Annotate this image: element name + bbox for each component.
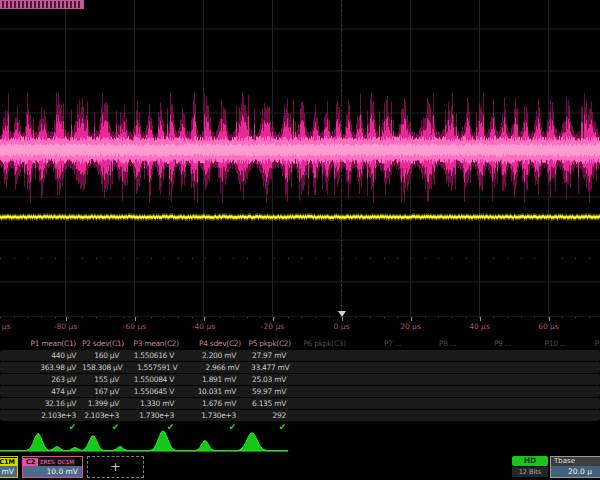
measure-value-cell: [567, 350, 600, 361]
measure-value-cell: [457, 398, 512, 409]
measure-value-cell: [457, 350, 512, 361]
measure-value-cell: 1.730e+3: [125, 410, 180, 421]
channel-c2-descriptor-box[interactable]: C2 ERES DC1M 10.0 mV: [22, 456, 83, 478]
measure-column-header[interactable]: P2 sdev(C1): [82, 338, 130, 349]
waveform-display-area[interactable]: [0, 0, 600, 317]
measure-value-cell: [295, 362, 350, 373]
measure-value-cell: [347, 350, 402, 361]
axis-label: -20 µs: [261, 322, 284, 331]
measure-value-cell: [402, 410, 457, 421]
axis-tick: [273, 317, 274, 321]
channel-c1-descriptor-box[interactable]: DC1M 0 mV: [0, 456, 18, 478]
measure-column-header[interactable]: P10 ...: [517, 338, 572, 349]
axis-label: -80 µs: [54, 322, 77, 331]
measure-value-cell: 1.550084 V: [125, 374, 180, 385]
measure-value-cell: [515, 362, 570, 373]
measure-column-header[interactable]: P3 mean(C2): [130, 338, 185, 349]
measure-data-row: 32.16 µV1.399 µV1.330 mV1.676 mV6.135 mV: [0, 398, 600, 409]
c2-channel-badge: C2: [23, 458, 38, 466]
c1-coupling-badge: DC1M: [0, 458, 17, 466]
measure-value-cell: [512, 410, 567, 421]
measure-value-cell: 1.676 mV: [180, 398, 242, 409]
timebase-descriptor-box[interactable]: Tbase 20.0 µ: [550, 456, 600, 478]
measure-value-cell: [512, 386, 567, 397]
measure-column-header[interactable]: P8 ...: [407, 338, 462, 349]
axis-label: -60 µs: [123, 322, 146, 331]
measure-value-cell: 292: [242, 410, 292, 421]
measure-column-header[interactable]: P1 mean(C1): [0, 338, 82, 349]
measure-value-cell: [402, 386, 457, 397]
measure-value-cell: [457, 386, 512, 397]
measure-value-cell: 1.330 mV: [125, 398, 180, 409]
measure-header-row: P1 mean(C1)P2 sdev(C1)P3 mean(C2)P4 sdev…: [0, 338, 600, 349]
measure-value-cell: [567, 386, 600, 397]
measure-value-cell: 1.557591 V: [128, 362, 183, 373]
hd-mode-indicator[interactable]: HD 12 Bits: [512, 456, 548, 478]
oscilloscope-screen: -100 µs-80 µs-60 µs-40 µs-20 µs0 µs20 µs…: [0, 0, 600, 480]
add-channel-button[interactable]: +: [87, 456, 144, 478]
measure-column-header[interactable]: P7 ...: [352, 338, 407, 349]
top-left-pink-tab-fragment[interactable]: [0, 0, 84, 9]
c1-vertical-scale-value: 0 mV: [0, 466, 17, 477]
measure-value-cell: 25.03 mV: [242, 374, 292, 385]
measure-value-cell: [347, 374, 402, 385]
measure-value-cell: 363.98 µV: [0, 362, 82, 373]
measure-value-cell: [402, 398, 457, 409]
axis-label: -100 µs: [0, 322, 11, 331]
measure-value-cell: 1.550616 V: [125, 350, 180, 361]
measurement-histogram-trace: [0, 424, 600, 458]
measure-value-cell: 1.891 mV: [180, 374, 242, 385]
measure-value-cell: 155 µV: [82, 374, 125, 385]
measure-column-header[interactable]: P: [572, 338, 600, 349]
measure-value-cell: [347, 398, 402, 409]
measurement-table: P1 mean(C1)P2 sdev(C1)P3 mean(C2)P4 sdev…: [0, 338, 600, 434]
measure-column-header[interactable]: P4 sdev(C2): [185, 338, 247, 349]
measure-column-header[interactable]: P6 pkpk(C3): [297, 338, 352, 349]
measure-value-cell: 2.200 mV: [180, 350, 242, 361]
measure-value-cell: [347, 386, 402, 397]
timebase-axis: -100 µs-80 µs-60 µs-40 µs-20 µs0 µs20 µs…: [0, 317, 600, 334]
measure-value-cell: [405, 362, 460, 373]
measure-value-cell: 2.103e+3: [0, 410, 82, 421]
measure-value-cell: [567, 410, 600, 421]
measure-value-cell: 167 µV: [82, 386, 125, 397]
axis-label: 0 µs: [334, 322, 350, 331]
trigger-position-marker[interactable]: [338, 311, 346, 317]
measure-value-cell: [347, 410, 402, 421]
measure-value-cell: 1.550645 V: [125, 386, 180, 397]
axis-tick: [342, 317, 343, 321]
measure-value-cell: [457, 374, 512, 385]
measure-value-cell: [460, 362, 515, 373]
measure-value-cell: [402, 350, 457, 361]
axis-minor-ticks: [0, 317, 600, 318]
measure-value-cell: [567, 374, 600, 385]
measure-value-cell: [292, 410, 347, 421]
measure-value-cell: 160 µV: [82, 350, 125, 361]
c2-eres-badge: ERES: [39, 458, 55, 466]
axis-tick: [480, 317, 481, 321]
measure-data-row: 474 µV167 µV1.550645 V10.031 mV59.97 mV: [0, 386, 600, 397]
measure-value-cell: 1.399 µV: [82, 398, 125, 409]
measure-value-cell: 1.730e+3: [180, 410, 242, 421]
descriptor-bar: DC1M 0 mV C2 ERES DC1M 10.0 mV + HD 12 B…: [0, 455, 600, 480]
measure-value-cell: 2.103e+3: [82, 410, 125, 421]
measure-value-cell: [292, 374, 347, 385]
axis-tick: [135, 317, 136, 321]
measure-value-cell: 2.966 mV: [183, 362, 245, 373]
c2-coupling-badge: DC1M: [57, 458, 75, 466]
axis-tick: [204, 317, 205, 321]
measure-value-cell: [512, 374, 567, 385]
axis-label: 40 µs: [469, 322, 490, 331]
measure-value-cell: [570, 362, 600, 373]
measure-column-header[interactable]: P5 pkpk(C2): [247, 338, 297, 349]
measure-value-cell: 263 µV: [0, 374, 82, 385]
measure-value-cell: 10.031 mV: [180, 386, 242, 397]
measure-value-cell: [567, 398, 600, 409]
measure-data-row: 2.103e+32.103e+31.730e+31.730e+3292: [0, 410, 600, 421]
graticule-minor-ticks: [0, 258, 600, 259]
measure-value-cell: 27.97 mV: [242, 350, 292, 361]
measure-value-cell: 158.308 µV: [82, 362, 128, 373]
measure-data-row: 263 µV155 µV1.550084 V1.891 mV25.03 mV: [0, 374, 600, 385]
measure-value-cell: [457, 410, 512, 421]
measure-column-header[interactable]: P9 ...: [462, 338, 517, 349]
